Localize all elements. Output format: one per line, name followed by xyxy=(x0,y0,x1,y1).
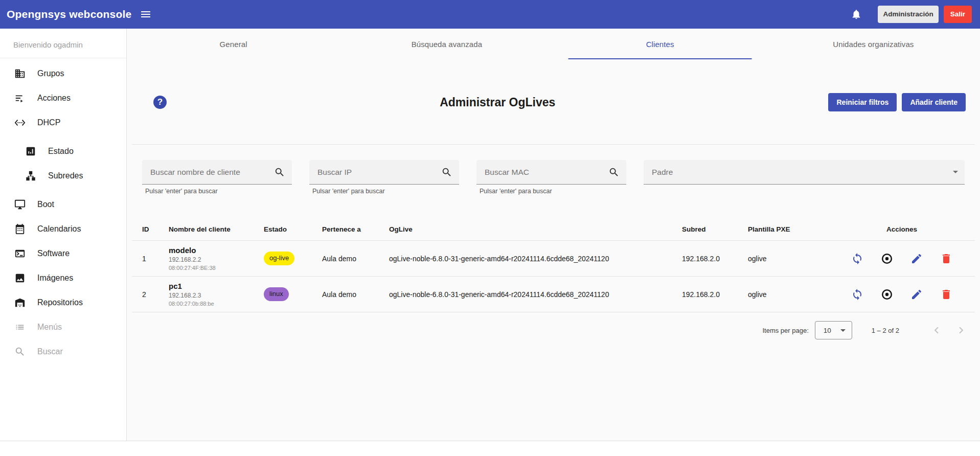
search-mac-input[interactable] xyxy=(484,167,608,177)
sidebar-item-label: Boot xyxy=(37,200,54,209)
notifications-bell-icon[interactable] xyxy=(851,9,862,20)
filter-ip: Pulsar 'enter' para buscar xyxy=(309,160,459,195)
add-client-button[interactable]: Añadir cliente xyxy=(902,93,966,111)
image-icon xyxy=(14,272,26,284)
sidebar-item-imagenes[interactable]: Imágenes xyxy=(0,266,126,290)
header-buttons: Reiniciar filtros Añadir cliente xyxy=(828,93,966,111)
sidebar-item-acciones[interactable]: Acciones xyxy=(0,86,126,110)
caret-down-icon xyxy=(953,171,958,173)
delete-icon[interactable] xyxy=(940,288,952,301)
tab-general[interactable]: General xyxy=(127,29,340,59)
sidebar-item-calendarios[interactable]: Calendarios xyxy=(0,217,126,241)
sort-icon xyxy=(14,93,26,104)
sync-icon[interactable] xyxy=(851,253,863,265)
row-id: 1 xyxy=(142,255,169,263)
col-header-status: Estado xyxy=(264,225,322,233)
search-icon xyxy=(608,167,620,178)
lan-icon xyxy=(25,170,36,181)
col-header-belongs: Pertenece a xyxy=(322,225,389,233)
status-badge: og-live xyxy=(264,252,294,265)
client-ip: 192.168.2.2 xyxy=(169,256,264,263)
caret-down-icon xyxy=(840,329,846,332)
chevron-right-icon[interactable] xyxy=(954,324,968,337)
sidebar-item-label: Menús xyxy=(37,323,62,332)
search-mac-helper: Pulsar 'enter' para buscar xyxy=(476,188,626,195)
administration-button[interactable]: Administración xyxy=(878,6,938,23)
sidebar-item-software[interactable]: Software xyxy=(0,241,126,266)
page-header: ? Administrar OgLives Reiniciar filtros … xyxy=(141,92,966,112)
sidebar-item-label: Software xyxy=(37,249,70,258)
col-header-subnet: Subred xyxy=(682,225,748,233)
tab-clientes[interactable]: Clientes xyxy=(554,29,767,59)
parent-select-input[interactable] xyxy=(651,167,949,177)
sidebar-item-buscar: Buscar xyxy=(0,339,126,364)
sidebar-item-grupos[interactable]: Grupos xyxy=(0,61,126,86)
sidebar: Bienvenido ogadmin GruposAccionesDHCPEst… xyxy=(0,29,127,441)
filter-mac: Pulsar 'enter' para buscar xyxy=(476,160,626,195)
menu-icon[interactable] xyxy=(140,8,152,20)
search-name-field[interactable] xyxy=(142,160,292,185)
sidebar-item-boot[interactable]: Boot xyxy=(0,192,126,217)
search-ip-helper: Pulsar 'enter' para buscar xyxy=(309,188,459,195)
client-ip: 192.168.2.3 xyxy=(169,292,264,299)
edit-icon[interactable] xyxy=(910,253,923,265)
search-name-input[interactable] xyxy=(149,167,274,177)
client-name: modelo xyxy=(169,246,264,255)
page-size-value: 10 xyxy=(824,327,831,334)
sidebar-item-label: Subredes xyxy=(48,171,83,180)
row-actions xyxy=(839,253,965,265)
sidebar-item-repositorios[interactable]: Repositorios xyxy=(0,290,126,315)
tab-busqueda-avanzada[interactable]: Búsqueda avanzada xyxy=(340,29,553,59)
table-row: 1modelo192.168.2.208:00:27:4F:BE:38og-li… xyxy=(132,241,975,277)
reset-filters-button[interactable]: Reiniciar filtros xyxy=(828,93,897,111)
sidebar-item-label: Imágenes xyxy=(37,273,73,283)
welcome-text: Bienvenido ogadmin xyxy=(0,40,126,58)
client-mac: 08:00:27:0b:88:be xyxy=(169,301,264,307)
app-title: Opengnsys webconsole xyxy=(7,8,131,20)
col-header-actions: Acciones xyxy=(839,225,965,233)
items-per-page-label: Items per page: xyxy=(762,327,808,334)
app-shell: Bienvenido ogadmin GruposAccionesDHCPEst… xyxy=(0,29,980,441)
filter-client-name: Pulsar 'enter' para buscar xyxy=(142,160,292,195)
delete-icon[interactable] xyxy=(940,253,952,265)
search-icon xyxy=(14,346,26,357)
sidebar-item-label: Calendarios xyxy=(37,224,81,234)
client-mac: 08:00:27:4F:BE:38 xyxy=(169,265,264,271)
sidebar-item-estado[interactable]: Estado xyxy=(0,139,126,164)
page-size-select[interactable]: 10 xyxy=(815,321,852,339)
subnet: 192.168.2.0 xyxy=(682,255,748,263)
table-header-row: ID Nombre del cliente Estado Pertenece a… xyxy=(132,218,975,241)
logout-button[interactable]: Salir xyxy=(944,6,972,23)
view-icon[interactable] xyxy=(881,253,893,265)
top-app-bar: Opengnsys webconsole Administración Sali… xyxy=(0,0,980,29)
view-icon[interactable] xyxy=(881,288,893,301)
help-icon[interactable]: ? xyxy=(153,96,167,109)
pxe-template: oglive xyxy=(748,290,839,299)
filters-row: Pulsar 'enter' para buscar Pulsar 'enter… xyxy=(127,145,980,195)
sidebar-item-label: DHCP xyxy=(37,118,60,127)
calendar-icon xyxy=(14,223,26,235)
chevron-left-icon[interactable] xyxy=(930,324,943,337)
search-mac-field[interactable] xyxy=(476,160,626,185)
belongs-to: Aula demo xyxy=(322,290,389,299)
oglive-name: ogLive-noble-6.8.0-31-generic-amd64-r202… xyxy=(389,290,682,299)
edit-icon[interactable] xyxy=(910,288,923,301)
list-icon xyxy=(14,322,26,333)
subnet: 192.168.2.0 xyxy=(682,290,748,299)
domain-icon xyxy=(14,68,26,79)
search-ip-field[interactable] xyxy=(309,160,459,185)
sidebar-item-dhcp[interactable]: DHCP xyxy=(0,110,126,135)
search-name-helper: Pulsar 'enter' para buscar xyxy=(142,188,292,195)
parent-select[interactable] xyxy=(644,160,965,185)
search-ip-input[interactable] xyxy=(316,167,441,177)
table-body: 1modelo192.168.2.208:00:27:4F:BE:38og-li… xyxy=(132,241,975,312)
oglive-name: ogLive-noble-6.8.0-31-generic-amd64-r202… xyxy=(389,255,682,263)
sidebar-item-label: Buscar xyxy=(37,347,63,356)
sync-icon[interactable] xyxy=(851,288,863,301)
tab-unidades-organizativas[interactable]: Unidades organizativas xyxy=(767,29,980,59)
paginator-range: 1 – 2 of 2 xyxy=(872,327,899,334)
pxe-template: oglive xyxy=(748,255,839,263)
client-name: pc1 xyxy=(169,282,264,290)
sidebar-item-subredes[interactable]: Subredes xyxy=(0,164,126,188)
row-actions xyxy=(839,288,965,301)
